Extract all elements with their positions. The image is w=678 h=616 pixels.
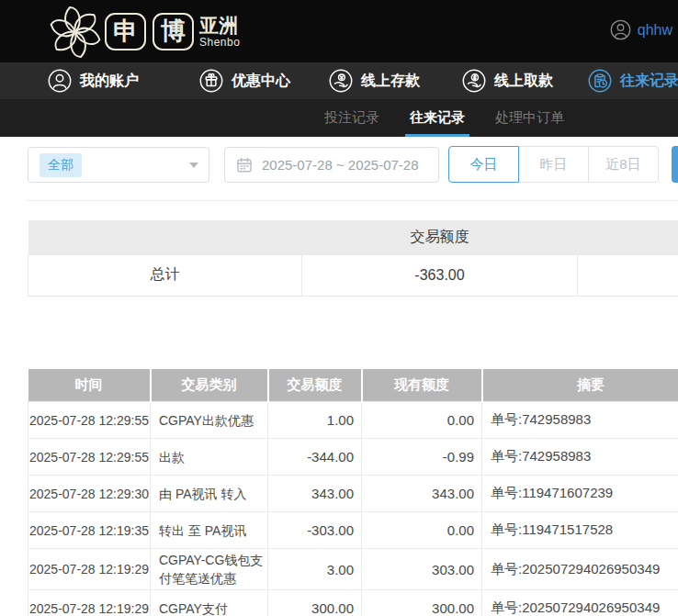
table-row: 2025-07-28 12:19:35 转出 至 PA视讯 -303.00 0.… <box>28 512 678 549</box>
cell-summary: 单号:119471607239 <box>482 476 678 512</box>
quick-date-buttons: 今日 昨日 近8日 <box>448 146 659 183</box>
date-range-value: 2025-07-28 ~ 2025-07-28 <box>262 157 419 173</box>
cell-type: CGPAY出款优惠 <box>151 402 268 439</box>
table-row: 2025-07-28 12:29:30 由 PA视讯 转入 343.00 343… <box>28 476 678 512</box>
summary-total-row: 总计 -363.00 <box>28 254 678 296</box>
nav-item-deposit[interactable]: 线上存款 <box>329 69 420 93</box>
cell-amount: 3.00 <box>268 549 362 590</box>
tab-betting-records[interactable]: 投注记录 <box>324 99 379 137</box>
chevron-down-icon <box>189 162 198 168</box>
cell-time: 2025-07-28 12:19:29 <box>28 590 151 616</box>
gift-icon <box>199 69 223 93</box>
summary-header-empty <box>28 220 302 254</box>
cell-time: 2025-07-28 12:29:55 <box>28 439 151 476</box>
cell-type: 由 PA视讯 转入 <box>151 476 268 512</box>
col-header-type: 交易类别 <box>151 369 268 402</box>
summary-header-amount: 交易额度 <box>302 220 578 254</box>
cell-type: 转出 至 PA视讯 <box>151 512 268 549</box>
search-button-partial[interactable] <box>672 146 678 183</box>
table-row: 2025-07-28 12:19:29 CGPAY支付 300.00 300.0… <box>28 590 678 616</box>
records-clipboard-clock-icon <box>588 69 612 93</box>
cell-amount: -303.00 <box>268 512 362 549</box>
table-row: 2025-07-28 12:29:55 出款 -344.00 -0.99 单号:… <box>28 439 678 476</box>
table-header-row: 时间 交易类别 交易额度 现有额度 摘要 <box>28 369 678 402</box>
brand-latin: Shenbo <box>199 37 240 48</box>
nav-item-my-account[interactable]: 我的账户 <box>48 69 139 93</box>
nav-item-label: 线上存款 <box>361 72 420 91</box>
cell-type: 出款 <box>151 439 268 476</box>
cell-type: CGPAY支付 <box>151 590 268 616</box>
nav-item-label: 往来记录 <box>620 72 678 91</box>
table-row: 2025-07-28 12:29:55 CGPAY出款优惠 1.00 0.00 … <box>28 402 678 439</box>
tab-processing-orders[interactable]: 处理中订单 <box>495 99 564 137</box>
nav-item-withdraw[interactable]: 线上取款 <box>462 69 553 93</box>
cell-amount: -344.00 <box>268 439 362 476</box>
cell-balance: -0.99 <box>362 439 482 476</box>
top-header: 申 博 亚洲 Shenbo qhhw <box>0 0 678 62</box>
cell-amount: 1.00 <box>268 402 362 439</box>
flower-icon <box>44 2 107 61</box>
col-header-amount: 交易额度 <box>268 369 362 402</box>
brand-char-1: 申 <box>105 13 146 50</box>
cell-amount: 300.00 <box>268 590 362 616</box>
cell-summary: 单号:742958983 <box>482 402 678 439</box>
nav-item-label: 线上取款 <box>494 72 553 91</box>
category-selected-chip[interactable]: 全部 <box>40 153 82 177</box>
cell-balance: 300.00 <box>362 590 482 616</box>
withdraw-hand-dollar-icon <box>462 69 486 93</box>
yesterday-button[interactable]: 昨日 <box>518 146 589 183</box>
nav-item-label: 优惠中心 <box>232 72 290 91</box>
cell-balance: 303.00 <box>362 549 482 590</box>
cell-summary: 单号:119471517528 <box>482 512 678 549</box>
summary-empty-cell <box>578 254 678 296</box>
last-8-days-button[interactable]: 近8日 <box>588 146 659 183</box>
summary-total-label: 总计 <box>28 254 302 296</box>
cell-balance: 0.00 <box>362 402 482 439</box>
brand-char-2: 博 <box>153 13 194 50</box>
brand-subtitle: 亚洲 Shenbo <box>199 16 240 48</box>
account-menu[interactable]: qhhw <box>610 19 672 40</box>
col-header-time: 时间 <box>28 369 151 402</box>
cell-type: CGPAY-CG钱包支付笔笔送优惠 <box>151 549 268 590</box>
transactions-table: 时间 交易类别 交易额度 现有额度 摘要 2025-07-28 12:29:55… <box>28 369 678 616</box>
cell-summary: 单号:202507294026950349 <box>482 590 678 616</box>
brand-logo[interactable]: 申 博 亚洲 Shenbo <box>44 1 240 62</box>
tab-bar: 投注记录 往来记录 处理中订单 <box>0 99 678 137</box>
main-nav: 我的账户 优惠中心 线上存款 线上取款 <box>0 62 678 99</box>
col-header-balance: 现有额度 <box>362 369 482 402</box>
cell-balance: 0.00 <box>362 512 482 549</box>
cell-time: 2025-07-28 12:19:29 <box>28 549 151 590</box>
summary-total-value: -363.00 <box>302 254 578 296</box>
brand-name-boxes: 申 博 <box>105 13 194 50</box>
category-select[interactable]: 全部 <box>28 147 209 183</box>
cell-time: 2025-07-28 12:29:30 <box>28 476 151 512</box>
today-button[interactable]: 今日 <box>448 146 519 183</box>
calendar-icon <box>236 157 253 174</box>
summary-header-row: 交易额度 <box>28 220 678 254</box>
date-range-input[interactable]: 2025-07-28 ~ 2025-07-28 <box>224 147 439 183</box>
user-icon <box>610 19 631 40</box>
cell-summary: 单号:742958983 <box>482 439 678 476</box>
filter-bar: 全部 2025-07-28 ~ 2025-07-28 今日 昨日 近8日 <box>0 137 678 200</box>
tab-transaction-records[interactable]: 往来记录 <box>410 99 465 137</box>
deposit-hand-coins-icon <box>329 69 353 93</box>
cell-amount: 343.00 <box>268 476 362 512</box>
nav-item-label: 我的账户 <box>80 72 139 91</box>
nav-item-promotions[interactable]: 优惠中心 <box>199 69 290 93</box>
cell-balance: 343.00 <box>362 476 482 512</box>
col-header-summary: 摘要 <box>482 369 678 402</box>
table-row: 2025-07-28 12:19:29 CGPAY-CG钱包支付笔笔送优惠 3.… <box>28 549 678 590</box>
section-divider <box>27 200 678 201</box>
cell-summary: 单号:202507294026950349 <box>482 549 678 590</box>
nav-item-transactions[interactable]: 往来记录 <box>588 69 678 93</box>
user-icon <box>48 69 72 93</box>
summary-table: 交易额度 总计 -363.00 <box>28 220 678 297</box>
summary-header-empty2 <box>578 220 678 254</box>
cell-time: 2025-07-28 12:29:55 <box>28 402 151 439</box>
account-username[interactable]: qhhw <box>638 22 672 39</box>
cell-time: 2025-07-28 12:19:35 <box>28 512 151 549</box>
brand-region: 亚洲 <box>199 16 240 35</box>
